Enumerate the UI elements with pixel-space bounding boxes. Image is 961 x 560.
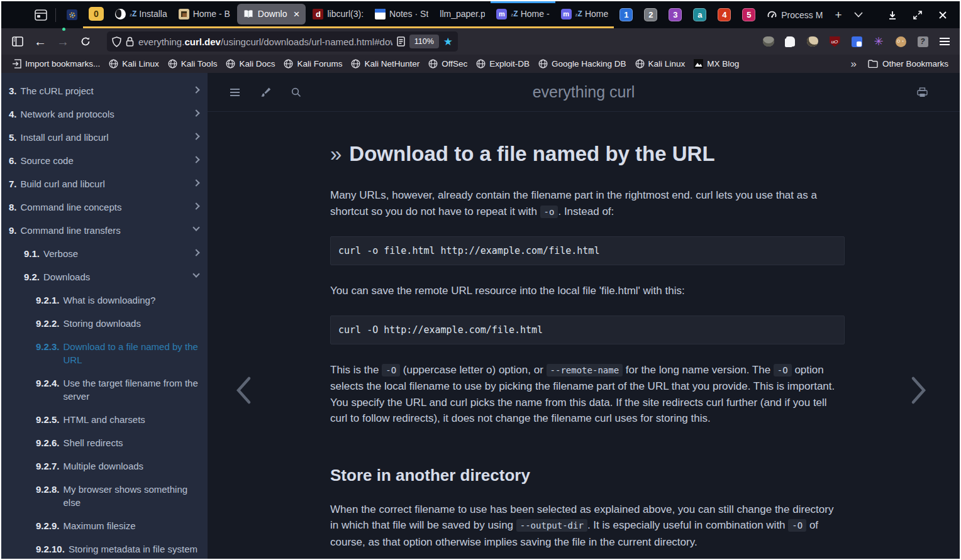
bookmark-item[interactable]: Kali NetHunter bbox=[347, 57, 424, 70]
search-icon[interactable] bbox=[286, 82, 307, 103]
list-all-tabs-button[interactable] bbox=[848, 12, 869, 18]
chevron-down-icon[interactable] bbox=[192, 270, 199, 277]
bookmark-item[interactable]: Exploit-DB bbox=[472, 57, 534, 70]
toc-item[interactable]: 9.2.7.Multiple downloads bbox=[1, 456, 208, 476]
ublock-origin-icon[interactable]: uO bbox=[828, 35, 841, 48]
tab[interactable]: Notes · St bbox=[369, 1, 434, 26]
toc-item[interactable]: 9.2.2.Storing downloads bbox=[1, 313, 208, 334]
zoom-level-badge[interactable]: 110% bbox=[409, 35, 439, 48]
tab[interactable]: mzZHome - bbox=[491, 1, 555, 26]
password-lock-extension-icon[interactable] bbox=[850, 35, 863, 48]
toc-item[interactable]: 9.2.1.What is downloading? bbox=[1, 290, 208, 310]
chevron-right-icon[interactable] bbox=[192, 133, 199, 140]
toc-item[interactable]: 9.2.5.HTML and charsets bbox=[1, 409, 208, 430]
chevron-right-icon[interactable] bbox=[192, 249, 199, 256]
bookmark-label: Google Hacking DB bbox=[552, 59, 626, 69]
heading-anchor-icon[interactable]: » bbox=[330, 142, 342, 165]
tab[interactable]: llm_paper.pd bbox=[434, 1, 491, 26]
firefox-view-button[interactable] bbox=[30, 6, 52, 25]
avatar-extension-icon[interactable] bbox=[894, 35, 907, 48]
theme-brush-icon[interactable] bbox=[255, 82, 276, 103]
tab[interactable]: dlibcurl(3): bbox=[307, 1, 369, 26]
toc-item[interactable]: 3.The cURL project bbox=[1, 80, 208, 101]
globe-icon bbox=[476, 59, 486, 69]
toc-item-active[interactable]: 9.2.3.Download to a file named by the UR… bbox=[1, 336, 208, 370]
bookmark-item[interactable]: Kali Docs bbox=[221, 57, 279, 70]
toc-item[interactable]: 9.1.Verbose bbox=[1, 243, 208, 264]
tab[interactable]: Home - B bbox=[173, 1, 236, 26]
next-page-chevron[interactable] bbox=[911, 376, 927, 405]
chevron-down-icon[interactable] bbox=[192, 224, 199, 231]
toc-item[interactable]: 9.2.Downloads bbox=[1, 266, 208, 287]
bookmark-item[interactable]: OffSec bbox=[424, 57, 472, 70]
flower-extension-icon[interactable]: ✳ bbox=[872, 35, 885, 48]
toc-item[interactable]: 8.Command line concepts bbox=[1, 197, 208, 217]
print-icon[interactable] bbox=[911, 82, 933, 103]
bookmark-star-icon[interactable]: ★ bbox=[443, 35, 453, 48]
toc-item[interactable]: 9.2.9.Maximum filesize bbox=[1, 515, 208, 536]
menu-icon[interactable] bbox=[938, 35, 951, 48]
toc-item[interactable]: 9.Command line transfers bbox=[1, 220, 208, 241]
url-bar[interactable]: everything.curl.dev/usingcurl/downloads/… bbox=[107, 31, 458, 52]
toc-item-number: 9.2.7. bbox=[36, 459, 60, 473]
tab[interactable]: 5 bbox=[736, 1, 761, 28]
reload-button[interactable] bbox=[75, 32, 96, 51]
back-button[interactable]: ← bbox=[30, 32, 50, 51]
toc-toggle-icon[interactable] bbox=[224, 82, 245, 103]
inline-code: --remote-name bbox=[547, 364, 623, 376]
tab[interactable]: zZInstalla bbox=[109, 1, 173, 26]
tab[interactable]: a bbox=[687, 1, 712, 28]
chevron-right-icon[interactable] bbox=[192, 156, 199, 163]
tab-attention-dot bbox=[62, 28, 65, 31]
downloads-button[interactable] bbox=[884, 7, 901, 23]
bookmark-item[interactable]: Kali Forums bbox=[279, 57, 347, 70]
toc-item[interactable]: 9.2.10.Storing metadata in file system bbox=[1, 539, 208, 559]
chevron-right-icon[interactable] bbox=[192, 202, 199, 209]
tab[interactable]: 0 bbox=[83, 1, 109, 26]
bookmarks-overflow-chevron-icon[interactable]: » bbox=[844, 58, 862, 70]
tab[interactable]: 2 bbox=[638, 1, 663, 28]
bookmark-item[interactable]: Kali Linux bbox=[104, 57, 164, 70]
book-favicon bbox=[243, 9, 254, 19]
tab[interactable]: 4 bbox=[712, 1, 736, 28]
numbered-favicon: 5 bbox=[742, 8, 755, 21]
bookmark-item[interactable]: Kali Linux bbox=[631, 57, 690, 70]
tab[interactable]: 3 bbox=[663, 1, 687, 28]
numbered-favicon: 4 bbox=[718, 8, 731, 21]
toc-item[interactable]: 9.2.4.Use the target filename from the s… bbox=[1, 373, 208, 407]
previous-page-chevron[interactable] bbox=[235, 376, 252, 405]
chevron-right-icon[interactable] bbox=[192, 179, 199, 186]
toc-item[interactable]: 5.Install curl and libcurl bbox=[1, 127, 208, 148]
chevron-right-icon[interactable] bbox=[192, 86, 199, 93]
toc-item[interactable]: 4.Network and protocols bbox=[1, 104, 208, 124]
maximize-icon[interactable] bbox=[909, 7, 926, 23]
tab[interactable]: 1 bbox=[614, 1, 638, 28]
toc-item[interactable]: 7.Build curl and libcurl bbox=[1, 173, 208, 194]
bookmark-item[interactable]: Google Hacking DB bbox=[534, 57, 631, 70]
toc-item[interactable]: 9.2.6.Shell redirects bbox=[1, 432, 208, 453]
help-badge-icon[interactable]: ? bbox=[916, 35, 929, 48]
tab[interactable] bbox=[61, 1, 83, 28]
bookmark-item[interactable]: MX Blog bbox=[689, 57, 743, 70]
new-tab-button[interactable]: + bbox=[828, 8, 848, 22]
hand-extension-icon[interactable] bbox=[784, 35, 797, 48]
forward-button[interactable]: → bbox=[53, 32, 73, 51]
wolf-extension-icon[interactable] bbox=[762, 35, 775, 48]
reader-mode-icon[interactable] bbox=[397, 36, 405, 47]
toc-item[interactable]: 6.Source code bbox=[1, 150, 208, 171]
sidebar-toggle-button[interactable] bbox=[8, 32, 28, 51]
bookmark-item[interactable]: Import bookmarks... bbox=[8, 57, 104, 70]
shield-icon bbox=[112, 36, 121, 47]
badger-extension-icon[interactable] bbox=[806, 35, 819, 48]
tab[interactable]: Process M bbox=[761, 1, 828, 28]
close-window-button[interactable] bbox=[935, 7, 951, 23]
tab-active[interactable]: Downlo× bbox=[237, 4, 306, 25]
sleeping-tab-icon: zZ bbox=[511, 10, 518, 18]
chevron-right-icon[interactable] bbox=[192, 109, 199, 116]
tabstrip-separator bbox=[55, 8, 56, 22]
bookmark-item[interactable]: Kali Tools bbox=[164, 57, 222, 70]
tab-close-icon[interactable]: × bbox=[294, 9, 300, 19]
tab[interactable]: mzZHome bbox=[555, 1, 614, 26]
toc-item[interactable]: 9.2.8.My browser shows something else bbox=[1, 479, 208, 513]
other-bookmarks-button[interactable]: Other Bookmarks bbox=[863, 57, 953, 70]
